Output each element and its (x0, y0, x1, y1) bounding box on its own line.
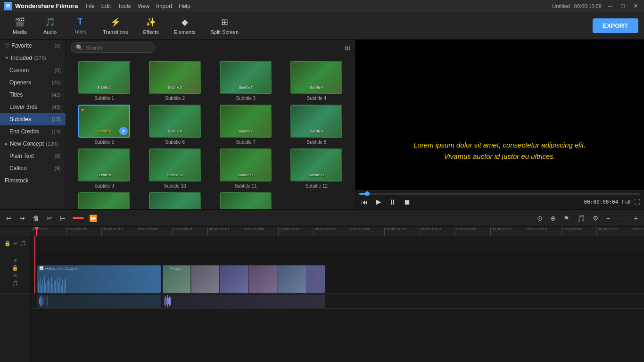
speed-button[interactable]: ⏩ (87, 213, 99, 223)
sidebar-item-plaintext[interactable]: Plain Text (8) (0, 150, 66, 162)
subtitle-text-4: Subtitle 4 (291, 86, 341, 89)
tool-splitscreen[interactable]: ⊞ Split Screen (204, 15, 245, 37)
thumb-item-7[interactable]: Subtitle 7Subtitle 7 (212, 105, 279, 145)
chevron-down-icon: ▼ (5, 56, 9, 60)
sidebar-item-subtitles[interactable]: Subtitles (15) (0, 113, 66, 125)
sidebar-item-custom[interactable]: Custom (0) (0, 64, 66, 76)
marker-button[interactable]: ⚑ (561, 213, 572, 223)
thumb-item-3[interactable]: Subtitle 3Subtitle 3 (212, 61, 279, 101)
audio-label: Audio (43, 29, 57, 35)
titles-icon: T (78, 17, 83, 27)
tool-elements[interactable]: ◆ Elements (167, 15, 202, 37)
thumb-item-6[interactable]: Subtitle 6Subtitle 6 (141, 105, 208, 145)
fullscreen-icon[interactable]: ⛶ (634, 198, 640, 206)
menu-view[interactable]: View (137, 3, 149, 9)
thumb-item-8[interactable]: Subtitle 8Subtitle 8 (283, 105, 350, 145)
thumb-item-5[interactable]: ♥Subtitle 5+Subtitle 5 (71, 105, 138, 145)
ruler-marks-container: 00:00:00 00:00:01:20 00:00:03:10 00:00:0… (31, 227, 644, 236)
zoom-in-button[interactable]: + (632, 213, 640, 223)
pause-button[interactable]: ⏸ (387, 197, 398, 207)
play-button[interactable]: ▶ (374, 197, 383, 207)
audio-clip-2[interactable] (163, 295, 325, 308)
step-back-button[interactable]: ⏮ (359, 197, 370, 207)
thumb-item-13[interactable]: Subtitle 13Subtitle 13 (71, 192, 138, 209)
ruler-mark: 00:00:16:20 (384, 227, 420, 236)
sidebar-item-titles[interactable]: Titles (42) (0, 89, 66, 101)
thumb-item-12[interactable]: Subtitle 12Subtitle 12 (283, 148, 350, 189)
sidebar-item-openers[interactable]: Openers (25) (0, 76, 66, 89)
window-controls: Untitled : 00:00:13;09 ─ □ ✕ (552, 2, 640, 9)
tool-media[interactable]: 🎬 Media (6, 15, 34, 37)
tool-titles[interactable]: T Titles (66, 15, 94, 36)
app-title: Untitled : 00:00:13;09 (552, 3, 602, 9)
thumb-label-6: Subtitle 6 (165, 140, 185, 145)
thumb-item-1[interactable]: Subtitle 1Subtitle 1 (71, 61, 138, 101)
stop-button[interactable]: ⏹ (402, 197, 413, 207)
progress-handle[interactable] (365, 191, 370, 196)
cut-button[interactable]: ✂ (44, 213, 55, 223)
undo-button[interactable]: ↩ (4, 213, 14, 223)
sidebar-item-filmstock[interactable]: Filmstock (0, 174, 66, 187)
maximize-button[interactable]: □ (619, 2, 627, 9)
magnet-button[interactable]: ⊕ (548, 213, 558, 223)
thumb-item-9[interactable]: Subtitle 9Subtitle 9 (71, 148, 138, 189)
subtitle-text-7: Subtitle 7 (221, 130, 271, 133)
minimize-button[interactable]: ─ (606, 2, 614, 9)
tool-transitions[interactable]: ⚡ Transitions (96, 15, 134, 37)
sidebar-item-included[interactable]: ▼ Included (276) (0, 52, 66, 64)
ruler-mark: 00:00:11:20 (278, 227, 314, 236)
track-audio-icon[interactable]: 🎵 (20, 240, 26, 247)
thumb-item-15[interactable]: Subtitle 15Subtitle 15 (212, 192, 279, 209)
split-button[interactable]: ⊢ (58, 213, 68, 223)
menu-edit[interactable]: Edit (101, 3, 111, 9)
menu-import[interactable]: Import (156, 3, 172, 9)
close-button[interactable]: ✕ (631, 2, 640, 9)
playhead-triangle (34, 227, 39, 230)
track2-audio-icon[interactable]: 🎵 (12, 280, 18, 287)
menu-tools[interactable]: Tools (117, 3, 131, 9)
settings-button[interactable]: ⚙ (590, 213, 601, 223)
thumb-item-14[interactable]: Subtitle 14Subtitle 14 (141, 192, 208, 209)
quality-selector[interactable]: Full (622, 199, 630, 205)
thumb-strip-2 (191, 265, 220, 293)
track2-lock-icon[interactable]: 🔒 (12, 265, 18, 271)
video-clip-2[interactable]: 🐾 Puppy... (163, 265, 325, 293)
thumb-item-2[interactable]: Subtitle 2Subtitle 2 (141, 61, 208, 101)
track-eye-icon[interactable]: 👁 (13, 241, 18, 247)
video-clip-1[interactable]: 🔄 video...clip...1...grain... (37, 265, 161, 293)
sidebar-item-endcredits[interactable]: End Credits (14) (0, 125, 66, 138)
delete-button[interactable]: 🗑 (30, 213, 41, 223)
app-logo-icon: W (4, 2, 12, 10)
track2-expand-icon[interactable]: ⊕ (13, 258, 17, 263)
subtitle-text-1: Subtitle 1 (79, 86, 129, 89)
ruler-mark: 00:00:20:00 (455, 227, 490, 236)
zoom-control: − ——— + (604, 213, 640, 223)
menu-help[interactable]: Help (179, 3, 190, 9)
thumb-item-10[interactable]: Subtitle 10Subtitle 10 (141, 148, 208, 189)
progress-bar[interactable] (359, 193, 641, 195)
sidebar-item-callout[interactable]: Callout (9) (0, 162, 66, 174)
sidebar-item-newconcept[interactable]: ▶ New Concept (120) (0, 138, 66, 150)
elements-label: Elements (174, 29, 196, 35)
search-input[interactable] (86, 45, 142, 50)
audio-button[interactable]: 🎵 (575, 213, 587, 223)
zoom-out-button[interactable]: − (604, 213, 612, 223)
track-lock-icon[interactable]: 🔒 (4, 240, 11, 247)
snap-button[interactable]: ⊙ (535, 213, 545, 223)
thumb-item-11[interactable]: Subtitle 11Subtitle 11 (212, 148, 279, 189)
redo-button[interactable]: ↪ (17, 213, 27, 223)
menu-file[interactable]: File (85, 3, 94, 9)
playhead-track2 (34, 251, 35, 293)
tool-audio[interactable]: 🎵 Audio (36, 15, 64, 37)
sidebar-item-lower3rds[interactable]: Lower 3rds (43) (0, 101, 66, 113)
export-button[interactable]: EXPORT (593, 18, 638, 33)
tool-effects[interactable]: ✨ Effects (136, 15, 165, 37)
waveform-1 (37, 274, 161, 293)
thumb-item-4[interactable]: Subtitle 4Subtitle 4 (283, 61, 350, 101)
audio-clip-1[interactable] (37, 295, 161, 308)
grid-view-icon[interactable]: ⊞ (345, 44, 350, 51)
add-to-timeline-icon[interactable]: + (119, 127, 128, 135)
search-box[interactable]: 🔍 (71, 42, 156, 53)
sidebar-item-favorite[interactable]: ♡ Favorite (0) (0, 40, 66, 52)
track2-eye-icon[interactable]: 👁 (13, 273, 18, 279)
